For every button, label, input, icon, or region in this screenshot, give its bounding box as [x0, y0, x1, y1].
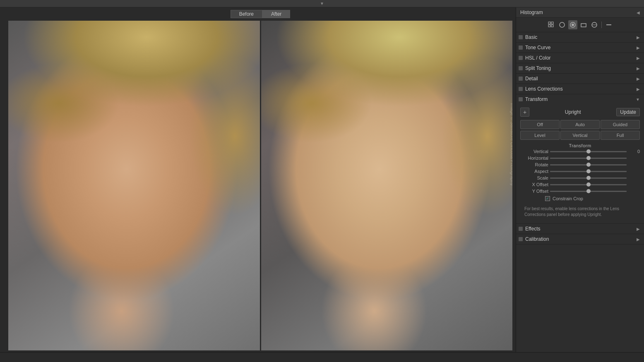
- before-portrait-bg: [8, 21, 260, 350]
- transform-info-text: For best results, enable lens correction…: [520, 204, 640, 220]
- basic-toggle[interactable]: [519, 35, 523, 39]
- compare-bar: Before After: [5, 7, 516, 19]
- auto-button[interactable]: Auto: [560, 120, 600, 129]
- after-portrait: [261, 21, 513, 350]
- rotate-slider-track[interactable]: [550, 164, 627, 165]
- lens-corrections-panel-row[interactable]: Lens Corrections ▶: [516, 84, 644, 94]
- svg-point-4: [560, 22, 565, 27]
- detail-arrow: ▶: [637, 77, 640, 81]
- before-image-panel: [8, 21, 260, 350]
- aspect-slider-thumb[interactable]: [586, 169, 591, 173]
- transform-section: Transform ▼ + Upright Update Off Auto Gu…: [516, 94, 644, 224]
- y-offset-slider-track[interactable]: [550, 191, 627, 192]
- svg-rect-1: [551, 22, 553, 24]
- horizontal-slider-label: Horizontal: [520, 156, 548, 161]
- svg-rect-7: [581, 24, 586, 27]
- grid-tool-icon[interactable]: [547, 20, 556, 29]
- full-button[interactable]: Full: [601, 131, 640, 140]
- main-content: Before After Image © Salvatore Cincotta …: [0, 7, 644, 352]
- vertical-slider-track[interactable]: [550, 151, 627, 152]
- vertical-slider-thumb[interactable]: [586, 149, 591, 153]
- constrain-crop-label: Constrain Crop: [553, 196, 583, 201]
- vertical-slider-label: Vertical: [520, 149, 548, 154]
- level-button[interactable]: Level: [520, 131, 560, 140]
- circle-empty-tool-icon[interactable]: [590, 20, 599, 29]
- y-offset-slider-row: Y Offset: [520, 189, 640, 194]
- x-offset-slider-row: X Offset: [520, 182, 640, 187]
- upright-plus-button[interactable]: +: [520, 108, 529, 117]
- split-toning-toggle[interactable]: [519, 66, 523, 70]
- tool-icons-row: [516, 18, 644, 32]
- horizontal-slider-track[interactable]: [550, 158, 627, 159]
- split-toning-arrow: ▶: [637, 66, 640, 71]
- guided-button[interactable]: Guided: [601, 120, 640, 129]
- after-image-panel: Image © Salvatore Cincotta Photography: [261, 21, 513, 350]
- basic-arrow: ▶: [637, 35, 640, 40]
- scale-slider-row: Scale: [520, 175, 640, 180]
- update-button[interactable]: Update: [616, 108, 640, 116]
- lens-corrections-label: Lens Corrections: [525, 86, 563, 92]
- off-button[interactable]: Off: [520, 120, 560, 129]
- effects-arrow: ▶: [637, 227, 640, 231]
- horizontal-slider-thumb[interactable]: [586, 156, 591, 160]
- transform-header-label: Transform: [525, 96, 548, 102]
- split-toning-panel-row[interactable]: Split Toning ▶: [516, 63, 644, 74]
- tool-separator: [601, 22, 602, 28]
- histogram-header[interactable]: Histogram ◀: [516, 7, 644, 18]
- aspect-slider-label: Aspect: [520, 169, 548, 174]
- circle-outline-tool-icon[interactable]: [557, 20, 567, 29]
- effects-panel-row[interactable]: Effects ▶: [516, 224, 644, 234]
- scale-slider-label: Scale: [520, 175, 548, 180]
- square-tool-icon[interactable]: [579, 20, 588, 29]
- histogram-arrow: ◀: [637, 10, 640, 15]
- effects-toggle[interactable]: [519, 227, 523, 231]
- radio-tool-icon[interactable]: [568, 20, 577, 29]
- after-portrait-bg: [261, 21, 513, 350]
- upright-row: + Upright Update: [520, 108, 640, 117]
- minus-tool-icon[interactable]: [604, 20, 613, 29]
- x-offset-slider-track[interactable]: [550, 184, 627, 185]
- top-bar-arrow[interactable]: ▼: [320, 1, 324, 6]
- detail-toggle[interactable]: [519, 77, 523, 81]
- top-bar: ▼: [0, 0, 644, 7]
- center-area: Before After Image © Salvatore Cincotta …: [5, 7, 516, 352]
- svg-point-6: [572, 24, 574, 26]
- tone-curve-label: Tone Curve: [525, 45, 550, 50]
- x-offset-slider-thumb[interactable]: [586, 182, 591, 187]
- scale-slider-thumb[interactable]: [586, 176, 591, 180]
- hsl-label: HSL / Color: [525, 55, 551, 61]
- rotate-slider-label: Rotate: [520, 162, 548, 167]
- transform-toggle[interactable]: [519, 97, 523, 101]
- calibration-arrow: ▶: [637, 237, 640, 242]
- x-offset-slider-label: X Offset: [520, 182, 548, 187]
- image-area: Image © Salvatore Cincotta Photography: [8, 21, 512, 350]
- vertical-slider-row: Vertical 0: [520, 149, 640, 154]
- vertical-slider-value: 0: [628, 149, 640, 154]
- hsl-toggle[interactable]: [519, 56, 523, 60]
- transform-content: + Upright Update Off Auto Guided Level V…: [516, 104, 644, 223]
- histogram-label: Histogram: [520, 10, 543, 15]
- tone-curve-toggle[interactable]: [519, 46, 523, 50]
- lens-corrections-toggle[interactable]: [519, 87, 523, 91]
- calibration-label: Calibration: [525, 236, 549, 242]
- y-offset-slider-thumb[interactable]: [586, 189, 591, 193]
- transform-header[interactable]: Transform ▼: [516, 94, 644, 104]
- scale-slider-track[interactable]: [550, 177, 627, 179]
- detail-panel-row[interactable]: Detail ▶: [516, 74, 644, 84]
- detail-label: Detail: [525, 76, 538, 82]
- constrain-crop-row[interactable]: ✓ Constrain Crop: [520, 196, 640, 201]
- basic-label: Basic: [525, 34, 537, 40]
- rotate-slider-thumb[interactable]: [586, 163, 591, 167]
- rotate-slider-row: Rotate: [520, 162, 640, 167]
- svg-rect-0: [548, 22, 550, 24]
- basic-panel-row[interactable]: Basic ▶: [516, 32, 644, 43]
- calibration-toggle[interactable]: [519, 237, 523, 241]
- hsl-panel-row[interactable]: HSL / Color ▶: [516, 53, 644, 63]
- calibration-panel-row[interactable]: Calibration ▶: [516, 234, 644, 245]
- transform-title: Transform: [569, 143, 591, 148]
- y-offset-slider-label: Y Offset: [520, 189, 548, 194]
- constrain-crop-checkbox[interactable]: ✓: [545, 196, 550, 201]
- tone-curve-panel-row[interactable]: Tone Curve ▶: [516, 43, 644, 53]
- aspect-slider-track[interactable]: [550, 171, 627, 172]
- vertical-button[interactable]: Vertical: [560, 131, 600, 140]
